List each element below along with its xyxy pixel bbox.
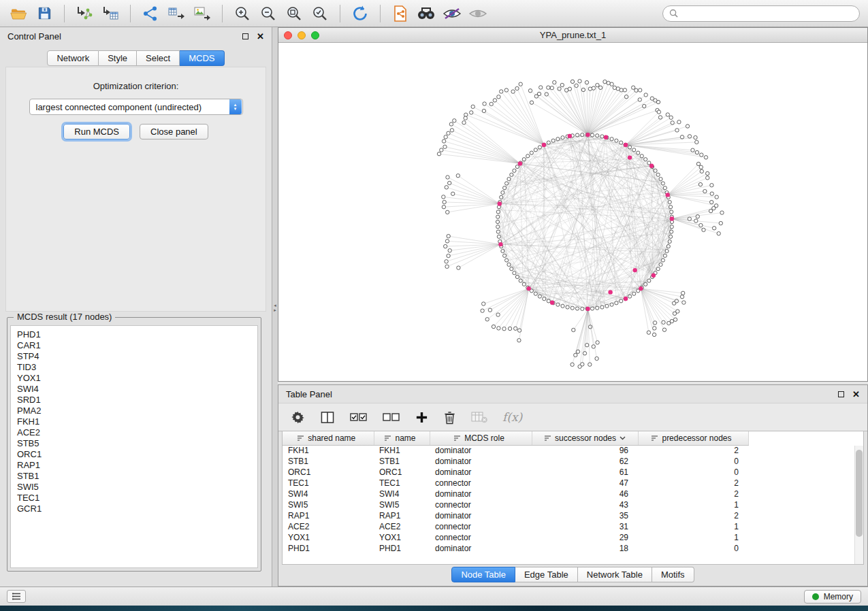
cell-name[interactable]: FKH1 [374,445,430,456]
network-canvas-svg[interactable] [278,43,867,381]
cell-name[interactable]: SWI5 [374,499,430,510]
zoom-out-icon[interactable] [258,3,278,24]
tab-select[interactable]: Select [137,50,180,66]
cell-successors[interactable]: 96 [532,445,638,456]
gear-icon[interactable] [291,410,305,425]
cell-predecessors[interactable]: 2 [638,478,748,489]
result-node[interactable]: STP4 [17,351,251,362]
result-node[interactable]: SRD1 [17,395,251,406]
cell-role[interactable]: dominator [430,510,532,521]
cell-shared_name[interactable]: SWI5 [283,499,374,510]
table-scrollbar-thumb[interactable] [856,450,863,537]
cell-role[interactable]: connector [430,499,532,510]
add-column-icon[interactable] [415,411,428,424]
table-row[interactable]: ORC1ORC1dominator610 [283,467,748,478]
result-node[interactable]: TID3 [17,362,251,373]
cell-role[interactable]: connector [430,478,532,489]
cell-predecessors[interactable]: 2 [638,510,748,521]
cell-shared_name[interactable]: YOX1 [283,532,374,543]
column-header-successor-nodes[interactable]: successor nodes [532,431,638,445]
panel-splitter[interactable]: ◂▸ [272,27,278,587]
tab-style[interactable]: Style [99,50,137,66]
import-table-icon[interactable] [100,3,120,24]
table-scrollbar[interactable] [854,446,863,564]
cell-predecessors[interactable]: 0 [638,456,748,467]
refresh-icon[interactable] [350,3,370,24]
cell-successors[interactable]: 62 [532,456,638,467]
table-row[interactable]: ACE2ACE2connector311 [283,521,748,532]
cell-successors[interactable]: 61 [532,467,638,478]
deselect-all-icon[interactable] [383,411,400,423]
cell-successors[interactable]: 18 [532,543,638,554]
close-panel-icon[interactable]: ✕ [257,33,264,39]
export-network-icon[interactable] [140,3,161,24]
cell-shared_name[interactable]: PHD1 [283,543,374,554]
zoom-selected-icon[interactable] [310,3,330,24]
function-builder-icon[interactable]: f(x) [502,410,522,424]
columns-icon[interactable] [320,411,335,424]
table-row[interactable]: PHD1PHD1dominator180 [283,543,748,554]
cell-predecessors[interactable]: 0 [638,467,748,478]
result-node[interactable]: RAP1 [17,460,251,471]
run-mcds-button[interactable]: Run MCDS [63,124,130,139]
mcds-result-list[interactable]: PHD1CAR1STP4TID3YOX1SWI4SRD1PMA2FKH1ACE2… [10,325,258,568]
cell-name[interactable]: YOX1 [374,532,430,543]
cell-shared_name[interactable]: ACE2 [283,521,374,532]
cell-successors[interactable]: 47 [532,478,638,489]
zoom-fit-icon[interactable] [284,3,304,24]
close-panel-button[interactable]: Close panel [140,124,208,139]
result-node[interactable]: PHD1 [17,329,251,340]
cell-role[interactable]: dominator [430,543,532,554]
cell-predecessors[interactable]: 1 [638,521,748,532]
result-node[interactable]: ORC1 [17,449,251,460]
optimization-dropdown[interactable]: largest connected component (undirected)… [29,99,243,115]
tab-motifs[interactable]: Motifs [652,567,694,582]
result-node[interactable]: ACE2 [17,427,251,438]
open-folder-icon[interactable] [8,3,29,24]
task-history-button[interactable] [7,590,26,603]
result-node[interactable]: PMA2 [17,406,251,416]
tab-network[interactable]: Network [47,50,99,66]
network-document-icon[interactable] [390,3,411,24]
table-row[interactable]: FKH1FKH1dominator962 [283,445,748,456]
cell-successors[interactable]: 35 [532,510,638,521]
cell-role[interactable]: connector [430,521,532,532]
column-header-name[interactable]: name [374,431,430,445]
cell-name[interactable]: ORC1 [374,467,430,478]
search-box[interactable] [662,5,860,22]
cell-role[interactable]: dominator [430,467,532,478]
cell-predecessors[interactable]: 1 [638,532,748,543]
zoom-in-icon[interactable] [232,3,253,24]
table-row[interactable]: RAP1RAP1dominator352 [283,510,748,521]
cell-predecessors[interactable]: 2 [638,445,748,456]
column-header-shared-name[interactable]: shared name [283,431,374,445]
column-header-predecessor-nodes[interactable]: predecessor nodes [638,431,748,445]
table-row[interactable]: STB1STB1dominator620 [283,456,748,467]
cell-successors[interactable]: 46 [532,489,638,499]
cell-predecessors[interactable]: 1 [638,499,748,510]
cell-name[interactable]: TEC1 [374,478,430,489]
cell-name[interactable]: PHD1 [374,543,430,554]
delete-column-icon[interactable] [443,410,456,425]
result-node[interactable]: STB1 [17,471,251,482]
cell-name[interactable]: RAP1 [374,510,430,521]
float-table-panel-icon[interactable] [838,391,844,397]
hide-selected-icon[interactable] [442,3,462,24]
export-table-icon[interactable] [166,3,187,24]
tab-mcds[interactable]: MCDS [180,50,224,66]
cell-role[interactable]: connector [430,532,532,543]
cell-predecessors[interactable]: 0 [638,543,748,554]
table-row[interactable]: TEC1TEC1connector472 [283,478,748,489]
result-node[interactable]: SWI4 [17,384,251,395]
window-zoom-icon[interactable] [311,31,319,39]
window-close-icon[interactable] [284,31,292,39]
show-all-icon[interactable] [468,3,488,24]
cell-role[interactable]: dominator [430,445,532,456]
cell-shared_name[interactable]: SWI4 [283,489,374,499]
cell-predecessors[interactable]: 2 [638,489,748,499]
cell-shared_name[interactable]: TEC1 [283,478,374,489]
float-panel-icon[interactable] [242,33,248,39]
select-all-icon[interactable] [350,411,368,423]
cell-successors[interactable]: 29 [532,532,638,543]
result-node[interactable]: YOX1 [17,373,251,384]
